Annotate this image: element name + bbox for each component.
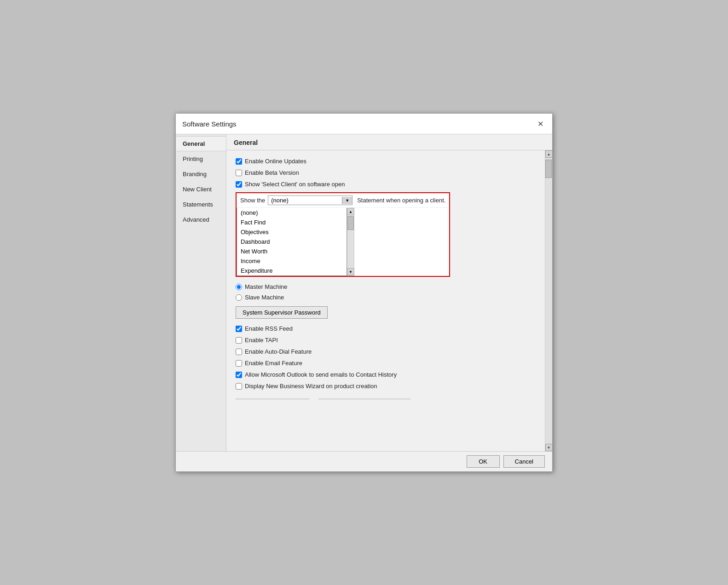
enable-email-checkbox[interactable]	[236, 360, 242, 367]
list-scrollbar: ▲ ▼	[347, 208, 354, 276]
show-select-client-checkbox[interactable]	[236, 181, 242, 188]
close-button[interactable]: ✕	[535, 118, 546, 129]
content-inner: Enable Online Updates Enable Beta Versio…	[226, 150, 545, 451]
ok-button[interactable]: OK	[467, 455, 500, 468]
dropdown-option-networth[interactable]: Net Worth	[237, 247, 347, 256]
radio-master-machine: Master Machine	[236, 283, 536, 290]
master-machine-label: Master Machine	[245, 283, 287, 290]
radio-slave-machine: Slave Machine	[236, 294, 536, 301]
list-scroll-down-arrow[interactable]: ▼	[347, 268, 354, 275]
checkbox-enable-email: Enable Email Feature	[236, 360, 536, 367]
sidebar-item-printing[interactable]: Printing	[176, 151, 226, 166]
sidebar-item-branding[interactable]: Branding	[176, 166, 226, 182]
content-heading: General	[234, 139, 258, 146]
slave-machine-label: Slave Machine	[245, 294, 284, 301]
checkbox-new-biz-wizard: Display New Business Wizard on product c…	[236, 383, 536, 390]
checkbox-enable-beta: Enable Beta Version	[236, 169, 536, 176]
scroll-track	[545, 158, 552, 444]
dropdown-option-none[interactable]: (none)	[237, 208, 347, 218]
divider-2	[318, 399, 410, 399]
dropdown-arrow-icon: ▼	[342, 197, 352, 204]
title-bar: Software Settings ✕	[176, 114, 552, 134]
enable-beta-checkbox[interactable]	[236, 170, 242, 176]
scroll-thumb[interactable]	[545, 160, 552, 178]
scroll-down-arrow[interactable]: ▼	[545, 444, 553, 451]
checkbox-enable-tapi: Enable TAPI	[236, 337, 536, 344]
software-settings-dialog: Software Settings ✕ General Printing Bra…	[175, 113, 553, 472]
show-statement-row: Show the (none) ▼ Statement when opening…	[237, 193, 449, 207]
dropdown-option-dashboard[interactable]: Dashboard	[237, 237, 347, 247]
show-select-client-label: Show 'Select Client' on software open	[245, 181, 345, 188]
dialog-body: General Printing Branding New Client Sta…	[176, 134, 552, 451]
content-header: General	[226, 134, 552, 150]
enable-rss-label: Enable RSS Feed	[245, 325, 293, 332]
new-biz-wizard-checkbox[interactable]	[236, 383, 242, 390]
supervisor-password-button[interactable]: System Supervisor Password	[236, 306, 328, 319]
cancel-button[interactable]: Cancel	[503, 455, 545, 468]
slave-machine-radio[interactable]	[236, 294, 242, 301]
dropdown-selected[interactable]: (none) ▼	[268, 195, 352, 205]
show-the-label: Show the	[240, 197, 265, 204]
sidebar-item-statements[interactable]: Statements	[176, 197, 226, 212]
allow-outlook-checkbox[interactable]	[236, 372, 242, 378]
dropdown-list-container: (none) Fact Find Objectives Dashboard Ne…	[237, 207, 449, 276]
enable-email-label: Enable Email Feature	[245, 360, 302, 367]
statement-suffix-label: Statement when opening a client.	[357, 197, 445, 204]
radio-group: Master Machine Slave Machine	[236, 283, 536, 301]
content-scrollbar: ▲ ▼	[545, 150, 552, 451]
checkbox-show-select-client: Show 'Select Client' on software open	[236, 181, 536, 188]
sidebar: General Printing Branding New Client Sta…	[176, 134, 226, 451]
enable-tapi-label: Enable TAPI	[245, 337, 278, 344]
list-scroll-thumb[interactable]	[347, 216, 354, 230]
dialog-footer: OK Cancel	[176, 451, 552, 471]
enable-online-updates-label: Enable Online Updates	[245, 158, 306, 165]
footer-dividers	[236, 399, 536, 399]
list-scroll-up-arrow[interactable]: ▲	[347, 208, 354, 215]
enable-tapi-checkbox[interactable]	[236, 337, 242, 344]
sidebar-item-general[interactable]: General	[176, 136, 226, 151]
content-area: General Enable Online Updates Enable Bet…	[226, 134, 552, 451]
content-scroll-area: Enable Online Updates Enable Beta Versio…	[226, 150, 552, 451]
allow-outlook-label: Allow Microsoft Outlook to send emails t…	[245, 371, 397, 378]
sidebar-item-new-client[interactable]: New Client	[176, 182, 226, 197]
dropdown-option-objectives[interactable]: Objectives	[237, 227, 347, 237]
dropdown-option-income[interactable]: Income	[237, 256, 347, 266]
checkbox-enable-rss: Enable RSS Feed	[236, 325, 536, 332]
dropdown-value: (none)	[268, 196, 342, 205]
scroll-up-arrow[interactable]: ▲	[545, 150, 553, 158]
new-biz-wizard-label: Display New Business Wizard on product c…	[245, 383, 377, 390]
dropdown-option-expenditure[interactable]: Expenditure	[237, 266, 347, 275]
sidebar-item-advanced[interactable]: Advanced	[176, 212, 226, 227]
divider-1	[236, 399, 309, 399]
dropdown-list: (none) Fact Find Objectives Dashboard Ne…	[237, 208, 347, 276]
enable-rss-checkbox[interactable]	[236, 326, 242, 332]
enable-beta-label: Enable Beta Version	[245, 169, 299, 176]
dialog-title: Software Settings	[182, 120, 237, 128]
list-scroll-track	[347, 215, 354, 268]
enable-online-updates-checkbox[interactable]	[236, 158, 242, 165]
dropdown-option-factfind[interactable]: Fact Find	[237, 218, 347, 227]
master-machine-radio[interactable]	[236, 284, 242, 290]
checkbox-enable-auto-dial: Enable Auto-Dial Feature	[236, 348, 536, 355]
enable-auto-dial-label: Enable Auto-Dial Feature	[245, 348, 312, 355]
checkbox-allow-outlook: Allow Microsoft Outlook to send emails t…	[236, 371, 536, 378]
checkbox-enable-online-updates: Enable Online Updates	[236, 158, 536, 165]
enable-auto-dial-checkbox[interactable]	[236, 349, 242, 355]
show-statement-block: Show the (none) ▼ Statement when opening…	[236, 192, 450, 277]
